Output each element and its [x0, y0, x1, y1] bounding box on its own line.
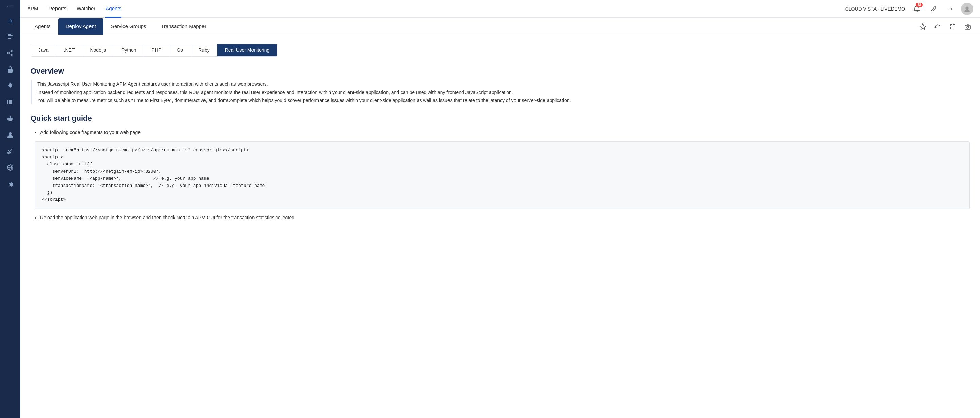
forward-icon-btn[interactable]: [945, 3, 956, 14]
subnav-service-groups[interactable]: Service Groups: [103, 18, 153, 35]
svg-point-6: [11, 54, 13, 56]
quick-start-item-1: Add following code fragments to your web…: [40, 128, 970, 137]
sidebar: ··· ⌂: [0, 0, 21, 418]
svg-rect-11: [8, 100, 9, 104]
svg-point-19: [11, 119, 11, 120]
quick-start-item-2: Reload the application web page in the b…: [40, 214, 970, 222]
svg-rect-33: [965, 25, 970, 29]
edit-icon-btn[interactable]: [928, 3, 939, 14]
quick-start-list-2: Reload the application web page in the b…: [30, 214, 970, 222]
svg-rect-1: [8, 35, 13, 36]
sidebar-icon-nodes[interactable]: [3, 46, 17, 60]
svg-point-34: [967, 26, 969, 28]
overview-p3: You will be able to measure metrics such…: [37, 98, 571, 103]
nav-apm[interactable]: APM: [27, 0, 38, 18]
svg-line-8: [9, 53, 11, 55]
content-area: Java .NET Node.js Python PHP Go Ruby Rea…: [21, 35, 980, 418]
tab-dotnet[interactable]: .NET: [56, 44, 83, 56]
sidebar-icon-robot[interactable]: [3, 112, 17, 125]
svg-rect-9: [8, 69, 13, 72]
sidebar-icon-barcode[interactable]: [3, 95, 17, 109]
tab-nodejs[interactable]: Node.js: [82, 44, 114, 56]
camera-icon-btn[interactable]: [962, 21, 973, 32]
svg-rect-17: [8, 118, 12, 121]
tab-php[interactable]: PHP: [144, 44, 169, 56]
overview-body: This Javascript Real User Monitoring APM…: [30, 80, 970, 104]
quick-start-title: Quick start guide: [30, 114, 970, 123]
sidebar-icon-tools[interactable]: [3, 144, 17, 158]
nav-agents[interactable]: Agents: [105, 0, 121, 18]
svg-rect-15: [12, 100, 12, 104]
main-area: APM Reports Watcher Agents CLOUD VISTA -…: [21, 0, 980, 418]
tab-java[interactable]: Java: [31, 44, 56, 56]
subnav-transaction-mapper[interactable]: Transaction Mapper: [153, 18, 214, 35]
svg-line-7: [9, 51, 11, 53]
svg-rect-16: [13, 100, 13, 104]
user-avatar[interactable]: [961, 3, 973, 15]
svg-marker-32: [920, 24, 926, 30]
notification-button[interactable]: 48: [911, 3, 923, 15]
sidebar-icon-gear[interactable]: [3, 177, 17, 191]
top-nav-links: APM Reports Watcher Agents: [27, 0, 845, 18]
sidebar-dots: ···: [7, 3, 13, 9]
expand-icon-btn[interactable]: [947, 21, 958, 32]
svg-rect-14: [11, 100, 11, 104]
subnav-agents[interactable]: Agents: [27, 18, 58, 35]
sub-nav-right: [917, 21, 973, 32]
nav-reports[interactable]: Reports: [49, 0, 67, 18]
notification-badge: 48: [916, 3, 923, 7]
sidebar-icon-document[interactable]: [3, 30, 17, 43]
svg-point-21: [10, 116, 11, 117]
sidebar-icon-globe[interactable]: [3, 161, 17, 174]
sub-nav: Agents Deploy Agent Service Groups Trans…: [21, 18, 980, 35]
svg-rect-2: [8, 37, 13, 37]
svg-rect-12: [9, 100, 10, 104]
svg-rect-23: [12, 118, 13, 120]
language-tabs: Java .NET Node.js Python PHP Go Ruby Rea…: [30, 43, 277, 56]
tab-go[interactable]: Go: [169, 44, 191, 56]
tab-ruby[interactable]: Ruby: [191, 44, 218, 56]
tab-rum[interactable]: Real User Monitoring: [218, 44, 277, 56]
tab-python[interactable]: Python: [114, 44, 144, 56]
svg-point-5: [11, 50, 13, 52]
overview-p2: Instead of monitoring application backen…: [37, 89, 513, 95]
sidebar-icon-user[interactable]: [3, 128, 17, 142]
star-icon-btn[interactable]: [917, 21, 928, 32]
top-nav-right: CLOUD VISTA - LIVEDEMO 48: [845, 3, 973, 15]
svg-rect-0: [8, 34, 11, 35]
refresh-icon-btn[interactable]: [932, 21, 943, 32]
top-nav: APM Reports Watcher Agents CLOUD VISTA -…: [21, 0, 980, 18]
sub-nav-links: Agents Deploy Agent Service Groups Trans…: [27, 18, 917, 35]
code-block: <script src="https://<netgain-em-ip>/u/j…: [35, 141, 970, 209]
sidebar-icon-rocket[interactable]: [3, 79, 17, 93]
quick-start-list: Add following code fragments to your web…: [30, 128, 970, 137]
svg-rect-10: [8, 100, 8, 104]
svg-point-4: [8, 53, 9, 54]
svg-point-18: [9, 119, 10, 120]
svg-rect-22: [7, 118, 8, 120]
overview-title: Overview: [30, 67, 970, 75]
svg-rect-3: [8, 38, 11, 39]
subnav-deploy-agent[interactable]: Deploy Agent: [58, 18, 103, 35]
svg-rect-13: [10, 100, 11, 104]
cloud-label: CLOUD VISTA - LIVEDEMO: [845, 6, 905, 11]
nav-watcher[interactable]: Watcher: [76, 0, 95, 18]
svg-point-24: [9, 132, 11, 135]
sidebar-icon-home[interactable]: ⌂: [3, 14, 17, 27]
overview-p1: This Javascript Real User Monitoring APM…: [37, 81, 268, 87]
sidebar-icon-lock[interactable]: [3, 63, 17, 76]
